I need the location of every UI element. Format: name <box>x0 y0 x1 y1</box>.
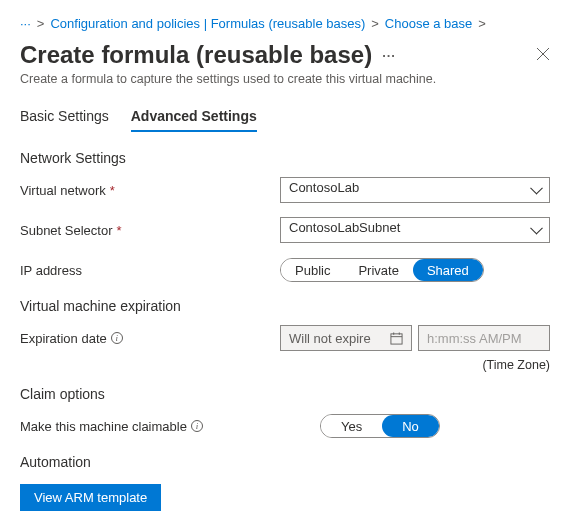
section-expiration: Virtual machine expiration <box>20 298 550 314</box>
ip-option-shared[interactable]: Shared <box>413 259 483 281</box>
vnet-select[interactable]: ContosoLab <box>280 177 550 203</box>
info-icon[interactable]: i <box>191 420 203 432</box>
close-button[interactable] <box>536 47 550 64</box>
info-icon[interactable]: i <box>111 332 123 344</box>
breadcrumb-sep: > <box>371 16 379 31</box>
required-icon: * <box>110 183 115 198</box>
expiration-date-value: Will not expire <box>289 331 371 346</box>
more-actions-icon[interactable]: ··· <box>382 48 396 63</box>
page-subtitle: Create a formula to capture the settings… <box>20 72 550 86</box>
ip-option-private[interactable]: Private <box>344 259 412 281</box>
ip-option-public[interactable]: Public <box>281 259 344 281</box>
tab-basic-settings[interactable]: Basic Settings <box>20 108 109 132</box>
expiration-time-value: h:mm:ss AM/PM <box>427 331 522 346</box>
breadcrumb-link-formulas[interactable]: Configuration and policies | Formulas (r… <box>50 16 365 31</box>
ip-label: IP address <box>20 263 280 278</box>
expiration-date-input[interactable]: Will not expire <box>280 325 412 351</box>
expiration-label: Expiration date i <box>20 331 280 346</box>
section-automation: Automation <box>20 454 550 470</box>
section-network: Network Settings <box>20 150 550 166</box>
timezone-label: (Time Zone) <box>20 358 550 372</box>
expiration-time-input[interactable]: h:mm:ss AM/PM <box>418 325 550 351</box>
claimable-toggle: Yes No <box>320 414 440 438</box>
calendar-icon <box>390 332 403 345</box>
tab-advanced-settings[interactable]: Advanced Settings <box>131 108 257 132</box>
ip-address-segmented: Public Private Shared <box>280 258 484 282</box>
claimable-label: Make this machine claimable i <box>20 419 280 434</box>
view-arm-template-button[interactable]: View ARM template <box>20 484 161 511</box>
subnet-label: Subnet Selector* <box>20 223 280 238</box>
section-claim: Claim options <box>20 386 550 402</box>
breadcrumb-sep: > <box>37 16 45 31</box>
claimable-no[interactable]: No <box>382 415 439 437</box>
breadcrumb-link-choose-base[interactable]: Choose a base <box>385 16 472 31</box>
vnet-label: Virtual network* <box>20 183 280 198</box>
breadcrumb-sep: > <box>478 16 486 31</box>
page-title: Create formula (reusable base) <box>20 41 372 69</box>
claimable-yes[interactable]: Yes <box>321 415 382 437</box>
breadcrumb: ··· > Configuration and policies | Formu… <box>20 16 550 31</box>
subnet-select[interactable]: ContosoLabSubnet <box>280 217 550 243</box>
required-icon: * <box>117 223 122 238</box>
breadcrumb-ellipsis[interactable]: ··· <box>20 16 31 31</box>
svg-rect-2 <box>391 333 402 343</box>
tabs: Basic Settings Advanced Settings <box>20 108 550 132</box>
close-icon <box>536 47 550 61</box>
